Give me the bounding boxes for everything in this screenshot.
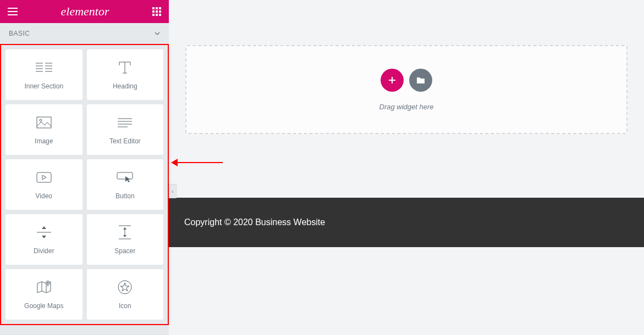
columns-icon	[36, 59, 52, 76]
widget-label: Icon	[119, 302, 131, 310]
widget-label: Divider	[34, 247, 54, 255]
text-editor-icon	[118, 114, 132, 131]
widget-label: Button	[115, 192, 135, 200]
template-button[interactable]	[409, 69, 432, 92]
folder-icon	[416, 76, 425, 84]
spacer-icon	[119, 224, 131, 241]
collapse-panel-button[interactable]: ‹	[169, 184, 177, 198]
chevron-down-icon	[155, 31, 160, 36]
widget-video[interactable]: Video	[5, 159, 82, 210]
drop-zone-buttons	[381, 69, 432, 92]
heading-icon	[117, 59, 133, 76]
apps-grid-icon[interactable]	[152, 7, 161, 16]
svg-point-23	[47, 282, 48, 283]
widget-icon[interactable]: Icon	[87, 269, 164, 320]
widget-label: Image	[35, 137, 53, 145]
widget-label: Video	[36, 192, 52, 200]
widget-inner-section[interactable]: Inner Section	[5, 49, 82, 100]
elementor-logo: elementor	[61, 4, 109, 19]
divider-icon	[37, 224, 51, 241]
widget-label: Inner Section	[24, 82, 63, 90]
widget-label: Text Editor	[109, 137, 141, 145]
widget-image[interactable]: Image	[5, 104, 82, 155]
widget-divider[interactable]: Divider	[5, 214, 82, 265]
widgets-grid: Inner Section Heading Ima	[0, 44, 169, 325]
image-icon	[36, 114, 52, 131]
widget-google-maps[interactable]: Google Maps	[5, 269, 82, 320]
star-icon	[118, 279, 132, 295]
widget-text-editor[interactable]: Text Editor	[87, 104, 164, 155]
svg-rect-8	[37, 117, 51, 128]
maps-icon	[36, 279, 52, 295]
video-icon	[36, 169, 52, 186]
drop-zone[interactable]: Drag widget here	[185, 45, 628, 134]
button-icon	[117, 169, 133, 186]
drop-hint-text: Drag widget here	[379, 103, 434, 111]
page-footer: Copyright © 2020 Business Website	[169, 198, 644, 247]
svg-rect-14	[37, 172, 51, 182]
editor-canvas: Drag widget here	[169, 0, 644, 335]
elementor-sidebar: elementor BASIC	[0, 0, 169, 335]
add-section-button[interactable]	[381, 69, 404, 92]
widget-heading[interactable]: Heading	[87, 49, 164, 100]
widget-button[interactable]: Button	[87, 159, 164, 210]
plus-icon	[388, 76, 397, 85]
svg-rect-15	[117, 172, 133, 179]
widget-label: Spacer	[114, 247, 135, 255]
menu-icon[interactable]	[8, 8, 18, 15]
footer-copyright: Copyright © 2020 Business Website	[184, 217, 325, 227]
chevron-left-icon: ‹	[172, 188, 173, 194]
widget-spacer[interactable]: Spacer	[87, 214, 164, 265]
category-basic[interactable]: BASIC	[0, 23, 169, 44]
widget-label: Google Maps	[24, 302, 63, 310]
svg-point-9	[40, 119, 42, 121]
sidebar-header: elementor	[0, 0, 169, 23]
widget-label: Heading	[113, 82, 137, 90]
category-label: BASIC	[9, 30, 30, 37]
